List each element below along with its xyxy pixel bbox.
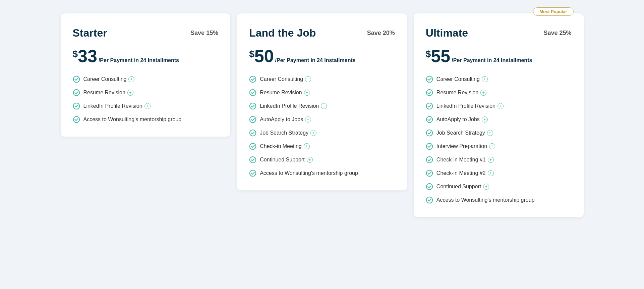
plus-icon[interactable]: + bbox=[482, 116, 488, 123]
svg-point-1 bbox=[73, 90, 79, 96]
feature-item: Check-in Meeting #2+ bbox=[426, 170, 572, 177]
feature-text-wrapper: Check-in Meeting #1+ bbox=[436, 157, 494, 163]
feature-text-wrapper: Job Search Strategy+ bbox=[436, 130, 493, 136]
price-amount: 50 bbox=[254, 47, 274, 65]
feature-text: Access to Wonsulting's mentorship group bbox=[260, 170, 358, 176]
feature-item: AutoApply to Jobs+ bbox=[426, 116, 572, 123]
feature-text-wrapper: Career Consulting+ bbox=[436, 76, 488, 82]
svg-point-9 bbox=[250, 143, 256, 149]
feature-text-wrapper: Career Consulting+ bbox=[260, 76, 311, 82]
card-header: UltimateSave 25% bbox=[426, 27, 572, 39]
check-icon bbox=[426, 116, 433, 123]
feature-text-wrapper: Access to Wonsulting's mentorship group bbox=[83, 116, 182, 123]
plus-icon[interactable]: + bbox=[305, 76, 311, 82]
plus-icon[interactable]: + bbox=[487, 130, 493, 136]
plan-name: Ultimate bbox=[426, 27, 468, 39]
feature-text: Continued Support bbox=[436, 184, 481, 190]
feature-text-wrapper: LinkedIn Profile Revision+ bbox=[83, 103, 151, 109]
plus-icon[interactable]: + bbox=[488, 157, 494, 163]
svg-point-3 bbox=[73, 116, 79, 123]
feature-text-wrapper: Continued Support+ bbox=[436, 184, 489, 190]
pricing-card-ultimate: Most PopularUltimateSave 25%$55/Per Paym… bbox=[414, 13, 584, 217]
check-icon bbox=[249, 102, 256, 110]
features-list: Career Consulting+Resume Revision+Linked… bbox=[249, 76, 395, 177]
feature-text: Continued Support bbox=[260, 157, 304, 163]
check-icon bbox=[426, 170, 433, 177]
price-suffix: /Per Payment in 24 Installments bbox=[452, 57, 532, 63]
price-row: $55/Per Payment in 24 Installments bbox=[426, 47, 572, 65]
pricing-card-land-the-job: Land the JobSave 20%$50/Per Payment in 2… bbox=[237, 13, 407, 190]
feature-item: Access to Wonsulting's mentorship group bbox=[426, 196, 572, 204]
feature-text: LinkedIn Profile Revision bbox=[83, 103, 142, 109]
plus-icon[interactable]: + bbox=[482, 76, 488, 82]
svg-point-10 bbox=[250, 157, 256, 163]
check-icon bbox=[249, 116, 256, 123]
plus-icon[interactable]: + bbox=[310, 130, 316, 136]
feature-item: Check-in Meeting #1+ bbox=[426, 156, 572, 163]
plus-icon[interactable]: + bbox=[489, 143, 495, 149]
check-icon bbox=[249, 89, 256, 96]
svg-point-20 bbox=[426, 184, 432, 190]
feature-text-wrapper: Career Consulting+ bbox=[83, 76, 135, 82]
feature-text: Resume Revision bbox=[260, 90, 302, 96]
feature-text: LinkedIn Profile Revision bbox=[260, 103, 319, 109]
feature-item: AutoApply to Jobs+ bbox=[249, 116, 395, 123]
price-suffix: /Per Payment in 24 Installments bbox=[275, 57, 356, 63]
feature-item: Career Consulting+ bbox=[426, 76, 572, 83]
check-icon bbox=[426, 183, 433, 190]
plus-icon[interactable]: + bbox=[144, 103, 151, 109]
plus-icon[interactable]: + bbox=[483, 184, 489, 190]
feature-item: Interview Preparation+ bbox=[426, 143, 572, 150]
plus-icon[interactable]: + bbox=[488, 170, 494, 176]
plus-icon[interactable]: + bbox=[304, 90, 310, 96]
feature-item: Continued Support+ bbox=[426, 183, 572, 190]
price-amount: 55 bbox=[431, 47, 450, 65]
svg-point-5 bbox=[250, 90, 256, 96]
save-label: Save 25% bbox=[543, 27, 571, 37]
feature-text-wrapper: Resume Revision+ bbox=[436, 90, 486, 96]
feature-item: Access to Wonsulting's mentorship group bbox=[249, 170, 395, 177]
plus-icon[interactable]: + bbox=[497, 103, 504, 109]
svg-point-2 bbox=[73, 103, 79, 109]
svg-point-16 bbox=[426, 130, 432, 136]
plus-icon[interactable]: + bbox=[305, 116, 311, 123]
feature-text-wrapper: Check-in Meeting+ bbox=[260, 143, 310, 149]
feature-text-wrapper: Resume Revision+ bbox=[83, 90, 133, 96]
price-suffix: /Per Payment in 24 Installments bbox=[99, 57, 179, 63]
plus-icon[interactable]: + bbox=[321, 103, 327, 109]
svg-point-4 bbox=[250, 76, 256, 82]
feature-text-wrapper: LinkedIn Profile Revision+ bbox=[260, 103, 327, 109]
feature-item: LinkedIn Profile Revision+ bbox=[73, 102, 219, 110]
feature-item: LinkedIn Profile Revision+ bbox=[249, 102, 395, 110]
feature-text-wrapper: AutoApply to Jobs+ bbox=[260, 116, 311, 123]
feature-text: Access to Wonsulting's mentorship group bbox=[83, 116, 182, 123]
svg-point-21 bbox=[426, 197, 432, 203]
check-icon bbox=[426, 129, 433, 137]
feature-text-wrapper: Access to Wonsulting's mentorship group bbox=[436, 197, 535, 203]
check-icon bbox=[426, 156, 433, 163]
feature-text-wrapper: Job Search Strategy+ bbox=[260, 130, 316, 136]
plan-name: Land the Job bbox=[249, 27, 316, 39]
pricing-card-starter: StarterSave 15%$33/Per Payment in 24 Ins… bbox=[61, 13, 231, 137]
most-popular-badge: Most Popular bbox=[533, 7, 573, 16]
svg-point-7 bbox=[250, 116, 256, 123]
check-icon bbox=[249, 156, 256, 163]
plus-icon[interactable]: + bbox=[307, 157, 313, 163]
feature-text-wrapper: LinkedIn Profile Revision+ bbox=[436, 103, 504, 109]
feature-item: Continued Support+ bbox=[249, 156, 395, 163]
price-row: $50/Per Payment in 24 Installments bbox=[249, 47, 395, 65]
check-icon bbox=[426, 89, 433, 96]
features-list: Career Consulting+Resume Revision+Linked… bbox=[73, 76, 219, 123]
plus-icon[interactable]: + bbox=[128, 76, 134, 82]
feature-text: Career Consulting bbox=[83, 76, 127, 82]
plus-icon[interactable]: + bbox=[480, 90, 486, 96]
plus-icon[interactable]: + bbox=[127, 90, 133, 96]
feature-text-wrapper: AutoApply to Jobs+ bbox=[436, 116, 488, 123]
plus-icon[interactable]: + bbox=[304, 143, 310, 149]
price-row: $33/Per Payment in 24 Installments bbox=[73, 47, 219, 65]
card-header: Land the JobSave 20% bbox=[249, 27, 395, 39]
check-icon bbox=[73, 89, 80, 96]
feature-text: Job Search Strategy bbox=[436, 130, 485, 136]
svg-point-14 bbox=[426, 103, 432, 109]
dollar-sign: $ bbox=[249, 47, 254, 59]
